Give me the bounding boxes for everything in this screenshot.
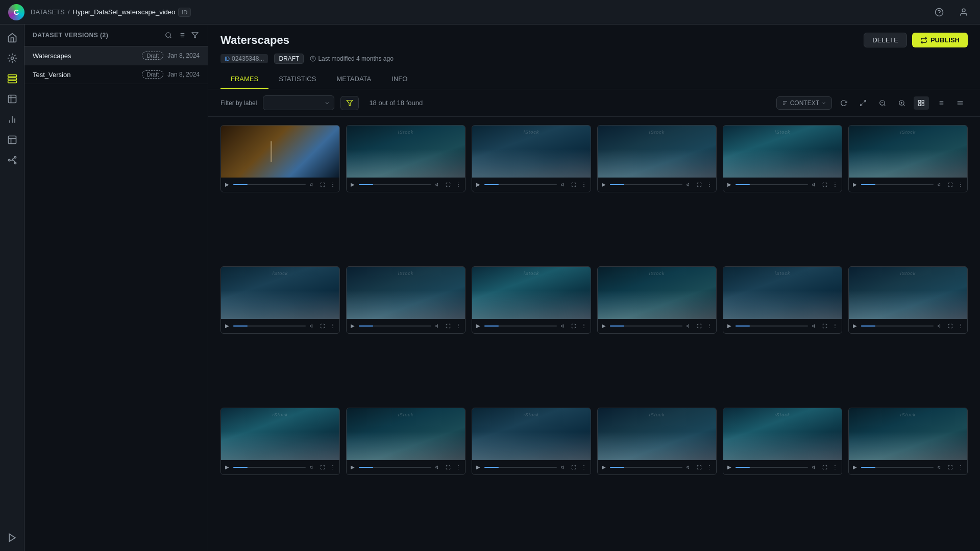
sidebar-item-tables[interactable] [3,131,21,149]
volume-button[interactable] [434,322,442,330]
app-logo[interactable]: C [8,4,24,20]
list-view-button[interactable] [933,96,948,110]
play-button[interactable]: ▶ [350,181,356,188]
more-button[interactable]: ⋮ [706,181,713,188]
video-card-8[interactable]: iStock ▶ ⋮ [346,266,465,334]
more-button[interactable]: ⋮ [580,181,587,188]
tab-metadata[interactable]: METADATA [326,70,381,89]
video-card-7[interactable]: iStock ▶ ⋮ [220,266,340,334]
video-card-5[interactable]: iStock ▶ ⋮ [723,125,842,192]
refresh-button[interactable] [836,96,851,110]
filter-select[interactable] [263,95,334,110]
context-button[interactable]: CONTEXT [776,96,832,110]
more-button[interactable]: ⋮ [957,463,964,471]
sidebar-item-experiments[interactable] [3,90,21,108]
video-card-14[interactable]: iStock ▶ ⋮ [346,408,465,475]
fullscreen-button[interactable] [947,181,954,188]
play-button[interactable]: ▶ [350,322,356,330]
more-button[interactable]: ⋮ [706,322,713,330]
volume-button[interactable] [937,322,944,330]
fullscreen-button[interactable] [696,181,703,188]
volume-button[interactable] [685,181,693,188]
more-button[interactable]: ⋮ [706,463,713,471]
volume-button[interactable] [309,322,316,330]
play-button[interactable]: ▶ [852,181,858,188]
fullscreen-button[interactable] [570,322,577,330]
volume-button[interactable] [560,464,567,471]
video-card-18[interactable]: iStock ▶ ⋮ [848,408,968,475]
video-card-2[interactable]: iStock ▶ ⋮ [346,125,465,192]
play-button[interactable]: ▶ [350,463,356,471]
volume-button[interactable] [685,464,693,471]
fullscreen-button[interactable] [947,322,954,330]
play-button[interactable]: ▶ [726,322,732,330]
more-button[interactable]: ⋮ [329,181,336,188]
zoom-in-button[interactable] [894,96,910,110]
volume-button[interactable] [309,464,316,471]
tab-statistics[interactable]: STATISTICS [268,70,326,89]
grid-view-button[interactable] [914,96,929,110]
breadcrumb-datasets[interactable]: DATASETS [31,8,65,16]
more-view-button[interactable] [952,96,968,110]
volume-button[interactable] [937,464,944,471]
more-button[interactable]: ⋮ [455,181,462,188]
volume-button[interactable] [937,181,944,188]
video-card-4[interactable]: iStock ▶ ⋮ [597,125,717,192]
fullscreen-button[interactable] [445,181,452,188]
volume-button[interactable] [309,181,316,188]
help-button[interactable] [931,4,947,20]
fit-button[interactable] [855,96,871,110]
fullscreen-button[interactable] [696,322,703,330]
play-button[interactable]: ▶ [726,463,732,471]
fullscreen-button[interactable] [821,322,828,330]
more-button[interactable]: ⋮ [957,181,964,188]
sidebar-item-models[interactable] [3,49,21,67]
sidebar-item-reports[interactable] [3,110,21,129]
publish-button[interactable]: PUBLISH [912,33,968,47]
play-button[interactable]: ▶ [852,322,858,330]
volume-button[interactable] [560,181,567,188]
video-card-16[interactable]: iStock ▶ ⋮ [597,408,717,475]
play-button[interactable]: ▶ [224,463,230,471]
more-button[interactable]: ⋮ [329,322,336,330]
play-button[interactable]: ▶ [224,181,230,188]
fullscreen-button[interactable] [319,464,326,471]
more-button[interactable]: ⋮ [455,463,462,471]
more-button[interactable]: ⋮ [831,322,839,330]
video-card-11[interactable]: iStock ▶ ⋮ [723,266,842,334]
zoom-out-button[interactable] [875,96,890,110]
tab-frames[interactable]: FRAMES [220,70,268,89]
more-button[interactable]: ⋮ [831,463,839,471]
video-card-10[interactable]: iStock ▶ ⋮ [597,266,717,334]
more-button[interactable]: ⋮ [957,322,964,330]
filter-icon-button[interactable] [340,96,359,110]
volume-button[interactable] [811,181,818,188]
sidebar-item-datasets[interactable] [3,69,21,88]
play-button[interactable]: ▶ [601,322,607,330]
video-card-3[interactable]: iStock ▶ ⋮ [472,125,591,192]
more-button[interactable]: ⋮ [580,322,587,330]
more-button[interactable]: ⋮ [455,322,462,330]
more-button[interactable]: ⋮ [580,463,587,471]
sidebar-item-pipelines[interactable] [3,151,21,169]
fullscreen-button[interactable] [947,464,954,471]
video-card-6[interactable]: iStock ▶ ⋮ [848,125,968,192]
tab-info[interactable]: INFO [381,70,418,89]
more-button[interactable]: ⋮ [329,463,336,471]
play-button[interactable]: ▶ [852,463,858,471]
delete-button[interactable]: DELETE [864,33,907,47]
sidebar-item-home[interactable] [3,29,21,47]
video-card-15[interactable]: iStock ▶ ⋮ [472,408,591,475]
play-button[interactable]: ▶ [224,322,230,330]
more-button[interactable]: ⋮ [831,181,839,188]
fullscreen-button[interactable] [319,322,326,330]
versions-search-button[interactable] [164,31,173,40]
version-item-test[interactable]: Test_Version Draft Jan 8, 2024 [24,65,208,84]
video-card-9[interactable]: iStock ▶ ⋮ [472,266,591,334]
volume-button[interactable] [811,464,818,471]
versions-filter-button[interactable] [190,31,200,40]
fullscreen-button[interactable] [319,181,326,188]
video-card-1[interactable]: ▶ ⋮ [220,125,340,192]
play-button[interactable]: ▶ [475,463,481,471]
video-card-13[interactable]: iStock ▶ ⋮ [220,408,340,475]
